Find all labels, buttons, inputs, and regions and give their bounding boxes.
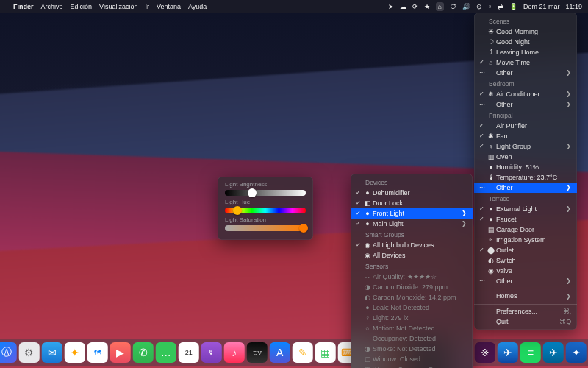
terrace-item-0[interactable]: ✓●External Light❯ (474, 204, 577, 214)
device-item-0[interactable]: ✓●Dehumidifier (351, 188, 473, 198)
dock-app-12[interactable]: 𝚝𝚟 (247, 342, 268, 363)
terrace-item-4[interactable]: ✓⬤Outlet (474, 245, 577, 255)
hue-slider[interactable] (225, 208, 306, 213)
menu-visualizacion[interactable]: Visualización (99, 3, 137, 10)
saturation-slider[interactable] (225, 225, 306, 231)
dock-app-6[interactable]: ▶ (110, 342, 131, 363)
menu-edicion[interactable]: Edición (71, 3, 93, 10)
principal-item-5[interactable]: 🌡Temperature: 23,7°C (474, 172, 577, 183)
dock-app-5[interactable]: 🗺 (87, 342, 108, 363)
menu-ayuda[interactable]: Ayuda (188, 3, 207, 10)
dock-app-2[interactable]: ⚙ (19, 342, 40, 363)
sensor-item-5: ○Motion: Not Detected (351, 323, 473, 333)
item-icon: ◉ (486, 268, 496, 275)
dock-app-22[interactable]: ※ (475, 342, 495, 363)
principal-item-3[interactable]: ▥Oven (474, 152, 577, 162)
item-icon: ◐ (486, 258, 496, 264)
sensor-icon: ◑ (362, 346, 373, 353)
item-label: Good Morning (496, 29, 571, 35)
dock-app-7[interactable]: ✆ (133, 342, 154, 363)
terrace-item-3[interactable]: ≈Irrigation System (474, 235, 577, 245)
terrace-item-1[interactable]: ✓●Faucet (474, 214, 577, 224)
device-item-3[interactable]: ✓●Main Light❯ (351, 219, 473, 229)
star-icon[interactable]: ★ (424, 3, 430, 10)
sensor-item-0: ∴Air Quality: ★★★★☆ (351, 272, 473, 282)
dock-app-26[interactable]: ✦ (566, 342, 587, 363)
smartgroup-item-0[interactable]: ✓◉All Lightbulb Devices (351, 240, 473, 250)
bluetooth-icon[interactable]: ᚼ (488, 3, 492, 10)
quit-menu[interactable]: Quit⌘Q (474, 316, 577, 327)
item-icon: ● (362, 210, 373, 217)
bedroom-item-0[interactable]: ✓❄Air Conditioner❯ (474, 89, 577, 99)
principal-item-2[interactable]: ✓♀Light Group❯ (474, 141, 577, 152)
dock-app-1[interactable]: Ⓐ (0, 342, 17, 363)
battery-icon[interactable]: 🔋 (509, 3, 517, 10)
scenes-other[interactable]: ⋯Other❯ (474, 68, 577, 78)
sync-icon[interactable]: ⟳ (412, 3, 418, 10)
principal-other[interactable]: ⋯Other❯ (474, 183, 577, 193)
sensor-icon: ● (362, 305, 373, 311)
sensor-label: Smoke: Not Detected (373, 346, 467, 353)
smartgroup-item-1[interactable]: ◉All Devices (351, 250, 473, 261)
item-icon: ● (486, 216, 496, 223)
terrace-other[interactable]: ⋯Other❯ (474, 276, 577, 286)
cloud-icon[interactable]: ☁ (400, 3, 406, 10)
menubar-time[interactable]: 11:19 (565, 3, 582, 10)
dock-app-4[interactable]: ✦ (65, 342, 85, 363)
device-item-1[interactable]: ✓◧Door Lock (351, 198, 473, 208)
terrace-item-5[interactable]: ◐Switch (474, 255, 577, 266)
bedroom-other[interactable]: ⋯Other❯ (474, 99, 577, 110)
menu-ventana[interactable]: Ventana (157, 3, 181, 10)
principal-item-1[interactable]: ✓✱Fan (474, 131, 577, 141)
sensor-icon: ◐ (362, 294, 373, 301)
check-icon: ✓ (477, 133, 486, 139)
terrace-item-6[interactable]: ◉Valve (474, 266, 577, 276)
dock-app-11[interactable]: ♪ (224, 342, 245, 363)
preferences-menu[interactable]: Preferences...⌘, (474, 306, 577, 316)
device-item-2[interactable]: ✓●Front Light❯ (351, 208, 473, 219)
dock-app-10[interactable]: 🎙 (201, 342, 222, 363)
scene-item-1[interactable]: ☽Good Night (474, 37, 577, 47)
dock-app-23[interactable]: ✈ (498, 342, 518, 363)
volume-icon[interactable]: 🔊 (462, 3, 470, 10)
item-icon: ❄ (486, 91, 496, 98)
terrace-item-2[interactable]: ▤Garage Door (474, 224, 577, 235)
sensor-item-3: ●Leak: Not Detected (351, 302, 473, 313)
item-label: Temperature: 23,7°C (496, 174, 571, 181)
principal-item-0[interactable]: ✓∴Air Purifier (474, 121, 577, 131)
dock-app-25[interactable]: ✈ (543, 342, 564, 363)
menubar-date[interactable]: Dom 21 mar (523, 3, 560, 10)
item-icon: ● (362, 221, 373, 227)
dock-app-24[interactable]: ≡ (520, 342, 541, 363)
control-center-icon[interactable]: ⇄ (498, 3, 503, 10)
item-label: Garage Door (496, 227, 571, 233)
menu-ir[interactable]: Ir (145, 3, 149, 10)
scene-item-0[interactable]: ☀Good Morning (474, 26, 577, 37)
principal-item-4[interactable]: ●Humidity: 51% (474, 162, 577, 172)
location-icon[interactable]: ➤ (388, 3, 394, 10)
brightness-knob[interactable] (248, 188, 257, 197)
sensor-label: Occupancy: Detected (373, 336, 467, 342)
sensor-label: Window: Closed (373, 356, 467, 363)
display-icon[interactable]: ⊙ (476, 3, 482, 10)
item-label: Movie Time (496, 60, 571, 66)
brightness-slider[interactable] (225, 190, 306, 196)
clock-icon[interactable]: ⏱ (450, 3, 456, 10)
saturation-knob[interactable] (299, 224, 308, 233)
dock-app-14[interactable]: ✎ (293, 342, 313, 363)
dock-app-9[interactable]: 21 (179, 342, 199, 363)
scene-item-2[interactable]: ⤴Leaving Home (474, 47, 577, 57)
homes-menu[interactable]: Homes❯ (474, 291, 577, 302)
check-icon: ✓ (477, 91, 486, 97)
item-icon: 🌡 (486, 174, 496, 181)
app-menu[interactable]: Finder (13, 3, 34, 10)
menu-archivo[interactable]: Archivo (41, 3, 63, 10)
hue-knob[interactable] (233, 206, 242, 215)
dock-app-8[interactable]: … (156, 342, 176, 363)
dock-app-15[interactable]: ▦ (315, 342, 336, 363)
dock-app-3[interactable]: ✉ (42, 342, 62, 363)
scene-item-3[interactable]: ✓⌂Movie Time (474, 57, 577, 68)
home-app-icon[interactable]: ⌂ (436, 2, 444, 11)
dock-app-13[interactable]: A (270, 342, 290, 363)
sensor-label: Carbon Dioxide: 279 ppm (373, 284, 467, 291)
